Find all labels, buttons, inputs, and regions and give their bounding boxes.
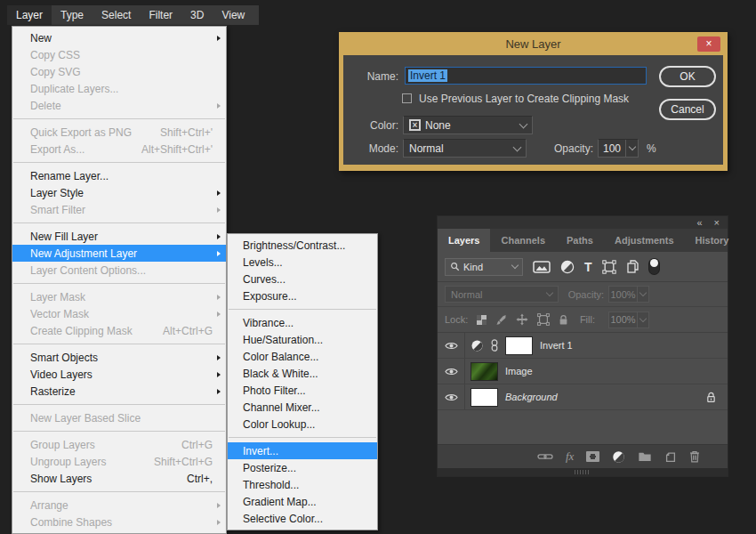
delete-layer-icon[interactable] [689,450,700,463]
smart-object-filter-icon[interactable] [626,260,639,273]
menubar-item-view[interactable]: View [213,5,253,25]
link-layers-icon[interactable] [537,452,553,461]
menu-item-label: Invert... [243,445,278,457]
menubar-item-3d[interactable]: 3D [181,5,213,25]
type-layer-filter-icon[interactable]: T [584,261,592,273]
layer-menu-item-rasterize[interactable]: Rasterize [12,383,226,400]
filter-toggle-switch[interactable] [649,259,659,274]
adjustment-submenu-item-levels[interactable]: Levels... [228,254,377,271]
menu-item-label: Color Balance... [243,351,318,363]
layer-menu-item-video-layers[interactable]: Video Layers [12,366,226,383]
blend-mode-row: Normal Opacity: 100% [438,282,728,307]
menu-item-label: Vector Mask [30,308,89,320]
lock-frame-icon[interactable] [537,313,550,326]
kind-filter-dropdown[interactable]: Kind [445,258,523,276]
adjustment-submenu-item-channel-mixer[interactable]: Channel Mixer... [228,399,377,416]
layer-menu-item-rename-layer[interactable]: Rename Layer... [12,167,226,184]
adjustment-submenu-item-brightness-contrast[interactable]: Brightness/Contrast... [228,237,377,254]
chevron-down-icon [639,314,647,321]
collapse-panel-icon[interactable]: « [696,217,702,229]
layer-menu-item-show-layers[interactable]: Show LayersCtrl+, [12,470,226,487]
layer-thumbnail[interactable] [470,362,498,381]
lock-position-icon[interactable] [516,313,528,326]
tab-paths[interactable]: Paths [556,229,604,252]
layer-menu-item-new-fill-layer[interactable]: New Fill Layer [12,228,226,245]
new-layer-dialog: New Layer × Name: Invert 1 OK Cancel Use… [339,32,728,171]
menu-item-label: Rasterize [30,385,76,398]
layer-row-invert-1[interactable]: Invert 1 [438,333,728,359]
opacity-input[interactable]: 100 [598,139,639,158]
layer-row-background[interactable]: Background [438,384,728,410]
menubar-item-select[interactable]: Select [92,5,140,25]
adjustment-layer-filter-icon[interactable] [560,260,575,274]
layer-menu-item-vector-mask: Vector Mask [12,305,226,322]
menubar-item-layer[interactable]: Layer [7,5,52,25]
lock-all-icon[interactable] [559,314,568,326]
layer-style-fx-icon[interactable]: fx [566,449,574,464]
adjustment-submenu-item-color-lookup[interactable]: Color Lookup... [228,416,377,433]
pixel-layer-filter-icon[interactable] [533,261,551,273]
layer-menu-separator [13,344,225,344]
color-dropdown[interactable]: × None [403,116,533,134]
menu-item-label: Layer Content Options... [30,264,146,277]
layer-menu-item-smart-objects[interactable]: Smart Objects [12,349,226,366]
cancel-button[interactable]: Cancel [659,99,716,120]
close-panel-icon[interactable]: × [714,217,720,229]
menu-item-label: Smart Filter [30,204,85,216]
tab-adjustments[interactable]: Adjustments [604,229,685,252]
panel-resize-grip[interactable] [438,468,728,476]
adjustment-submenu-item-gradient-map[interactable]: Gradient Map... [228,493,377,510]
new-adjustment-layer-icon[interactable] [612,450,625,464]
mode-value: Normal [409,142,444,155]
opacity-stepper[interactable] [625,140,638,157]
menu-item-shortcut: Ctrl+G [167,439,213,451]
tab-layers[interactable]: Layers [438,229,490,252]
adjustment-submenu-item-black-white[interactable]: Black & White... [228,365,377,382]
tab-history[interactable]: History [685,229,740,252]
close-button[interactable]: × [697,36,720,52]
adjustment-submenu-item-curves[interactable]: Curves... [228,271,377,287]
layer-mask-thumbnail[interactable] [505,336,533,355]
layer-menu-item-new-adjustment-layer[interactable]: New Adjustment Layer [12,245,226,262]
layer-thumbnail[interactable] [470,388,498,407]
ok-button[interactable]: OK [659,66,716,87]
adjustment-submenu-item-selective-color[interactable]: Selective Color... [228,510,377,527]
clipping-mask-checkbox[interactable] [402,93,412,103]
adjustment-submenu-item-photo-filter[interactable]: Photo Filter... [228,382,377,399]
adjustment-submenu-item-invert[interactable]: Invert... [228,442,377,459]
new-layer-icon[interactable] [664,450,677,463]
layer-menu-item-layer-content-options: Layer Content Options... [12,262,226,279]
layer-menu-item-layer-style[interactable]: Layer Style [12,184,226,201]
adjustment-submenu-item-color-balance[interactable]: Color Balance... [228,348,377,365]
menu-item-label: Ungroup Layers [30,456,106,468]
visibility-toggle[interactable] [438,384,465,409]
menubar-item-type[interactable]: Type [52,5,92,25]
adjustment-submenu-separator [229,437,376,438]
adjustment-submenu-item-hue-saturation[interactable]: Hue/Saturation... [228,331,377,348]
photoshop-screen: LayerTypeSelectFilter3DView NewCopy CSSC… [0,0,756,534]
layer-menu-item-layer-mask: Layer Mask [12,288,226,305]
lock-paint-icon[interactable] [495,314,507,326]
new-group-icon[interactable] [638,451,652,462]
adjustment-submenu-item-posterize[interactable]: Posterize... [228,459,377,476]
shape-layer-filter-icon[interactable] [602,260,616,274]
menu-item-label: Vibrance... [243,317,294,329]
add-layer-mask-icon[interactable] [586,451,599,462]
tab-channels[interactable]: Channels [490,229,556,252]
color-value: None [425,119,451,132]
adjustment-submenu-item-threshold[interactable]: Threshold... [228,476,377,493]
menu-item-label: Channel Mixer... [243,401,320,414]
mode-dropdown[interactable]: Normal [403,139,527,158]
visibility-toggle[interactable] [438,359,465,384]
visibility-toggle[interactable] [438,333,465,358]
layer-name: Image [505,366,533,376]
name-value-selected: Invert 1 [408,69,447,82]
layer-row-image[interactable]: Image [438,359,728,384]
name-input[interactable]: Invert 1 [405,67,647,85]
menubar-item-filter[interactable]: Filter [140,5,181,25]
layer-menu-item-new[interactable]: New [12,29,226,46]
menu-item-label: Delete [30,100,61,112]
lock-transparency-icon[interactable] [477,315,487,325]
adjustment-submenu-item-vibrance[interactable]: Vibrance... [228,314,377,331]
adjustment-submenu-item-exposure[interactable]: Exposure... [228,287,377,304]
